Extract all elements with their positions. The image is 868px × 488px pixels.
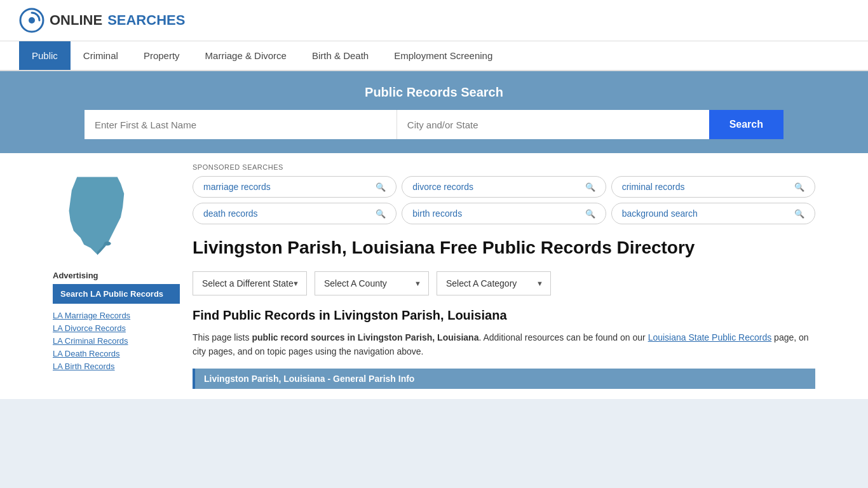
list-item: LA Divorce Records <box>53 323 180 333</box>
search-icon: 🔍 <box>794 182 804 192</box>
main-content: SPONSORED SEARCHES marriage records 🔍 di… <box>193 163 815 389</box>
logo-text-searches: SEARCHES <box>107 12 185 29</box>
logo-text-online: ONLINE <box>50 12 102 29</box>
sponsored-item-label: divorce records <box>412 182 473 192</box>
svg-point-1 <box>29 17 35 24</box>
nav-item-property[interactable]: Property <box>131 41 193 70</box>
svg-point-2 <box>104 241 111 245</box>
county-dropdown[interactable]: Select A County <box>315 271 429 295</box>
sidebar: Advertising Search LA Public Records LA … <box>53 163 180 389</box>
nav-item-marriage-divorce[interactable]: Marriage & Divorce <box>193 41 299 70</box>
la-death-records-link[interactable]: LA Death Records <box>53 349 120 358</box>
parish-info-bar: Livingston Parish, Louisiana - General P… <box>193 369 815 389</box>
nav-item-public[interactable]: Public <box>19 41 71 70</box>
main-wrapper: Advertising Search LA Public Records LA … <box>40 153 828 399</box>
list-item: LA Birth Records <box>53 361 180 371</box>
name-input[interactable] <box>85 110 397 139</box>
search-form: Search <box>85 110 783 139</box>
category-dropdown[interactable]: Select A Category <box>437 271 551 295</box>
list-item: LA Marriage Records <box>53 310 180 320</box>
description-part2: . Additional resources can be found on o… <box>478 332 648 342</box>
list-item: LA Death Records <box>53 348 180 358</box>
la-criminal-records-link[interactable]: LA Criminal Records <box>53 336 128 346</box>
search-icon: 🔍 <box>376 182 386 192</box>
sponsored-item-label: marriage records <box>203 182 271 192</box>
main-nav: Public Criminal Property Marriage & Divo… <box>0 41 868 71</box>
description-bold: public record sources in Livingston Pari… <box>252 332 478 342</box>
search-icon: 🔍 <box>585 209 595 219</box>
county-dropdown-wrapper: Select A County <box>315 271 429 295</box>
search-banner: Public Records Search Search <box>0 71 868 153</box>
sponsored-item-divorce[interactable]: divorce records 🔍 <box>402 176 606 198</box>
list-item: LA Criminal Records <box>53 336 180 346</box>
sponsored-item-label: death records <box>203 208 258 219</box>
search-icon: 🔍 <box>376 209 386 219</box>
la-birth-records-link[interactable]: LA Birth Records <box>53 362 115 371</box>
louisiana-map <box>53 170 142 259</box>
search-icon: 🔍 <box>794 209 804 219</box>
sponsored-item-label: birth records <box>412 208 462 219</box>
logo-icon <box>19 8 44 33</box>
sponsored-item-background[interactable]: background search 🔍 <box>611 203 815 224</box>
nav-item-employment[interactable]: Employment Screening <box>381 41 505 70</box>
ad-button[interactable]: Search LA Public Records <box>53 284 180 304</box>
search-button[interactable]: Search <box>709 110 783 139</box>
advertising-label: Advertising <box>53 271 180 280</box>
page-title: Livingston Parish, Louisiana Free Public… <box>193 237 695 259</box>
search-icon: 🔍 <box>585 182 595 192</box>
logo: ONLINE SEARCHES <box>19 8 185 33</box>
find-description: This page lists public record sources in… <box>193 330 815 359</box>
state-dropdown-wrapper: Select a Different State <box>193 271 307 295</box>
la-divorce-records-link[interactable]: LA Divorce Records <box>53 323 126 333</box>
find-records-title: Find Public Records in Livingston Parish… <box>193 308 815 323</box>
state-dropdown[interactable]: Select a Different State <box>193 271 307 295</box>
sponsored-item-label: criminal records <box>622 182 685 192</box>
la-marriage-records-link[interactable]: LA Marriage Records <box>53 311 130 320</box>
state-records-link[interactable]: Louisiana State Public Records <box>648 332 772 342</box>
sponsored-item-label: background search <box>622 208 698 219</box>
sponsored-item-marriage[interactable]: marriage records 🔍 <box>193 176 397 198</box>
search-banner-title: Public Records Search <box>19 85 849 100</box>
title-section: Livingston Parish, Louisiana Free Public… <box>193 237 815 259</box>
nav-item-birth-death[interactable]: Birth & Death <box>299 41 381 70</box>
description-part1: This page lists <box>193 332 252 342</box>
sponsored-label: SPONSORED SEARCHES <box>193 163 815 171</box>
sidebar-links: LA Marriage Records LA Divorce Records L… <box>53 310 180 371</box>
header: ONLINE SEARCHES <box>0 0 868 41</box>
dropdowns-row: Select a Different State Select A County… <box>193 271 815 295</box>
sponsored-grid: marriage records 🔍 divorce records 🔍 cri… <box>193 176 815 224</box>
sponsored-item-criminal[interactable]: criminal records 🔍 <box>611 176 815 198</box>
sponsored-item-death[interactable]: death records 🔍 <box>193 203 397 224</box>
location-input[interactable] <box>397 110 709 139</box>
nav-item-criminal[interactable]: Criminal <box>71 41 131 70</box>
sponsored-item-birth[interactable]: birth records 🔍 <box>402 203 606 224</box>
category-dropdown-wrapper: Select A Category <box>437 271 551 295</box>
